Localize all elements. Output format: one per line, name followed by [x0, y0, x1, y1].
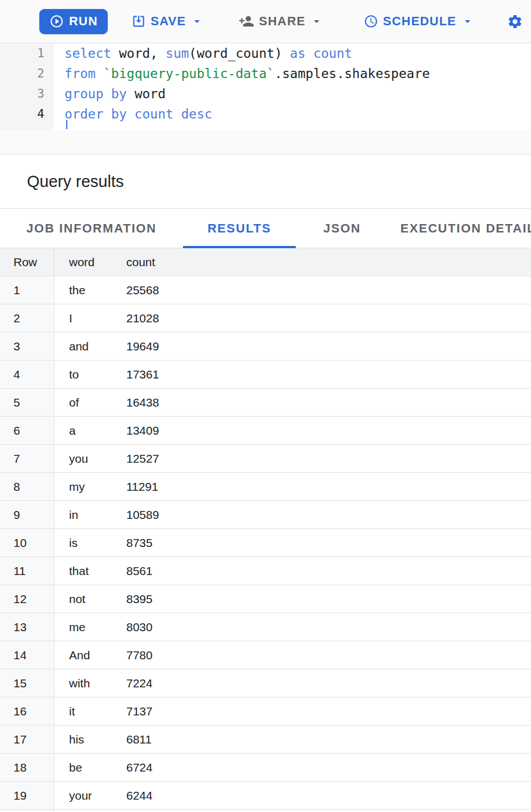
tab-execution-details[interactable]: EXECUTION DETAILS: [388, 209, 531, 248]
table-row[interactable]: 15 with 7224: [0, 669, 531, 697]
cell-row-number: 2: [0, 304, 54, 332]
table-row[interactable]: 9 in 10589: [0, 501, 531, 529]
table-row[interactable]: 14 And 7780: [0, 641, 531, 669]
cell-count: 12527: [112, 445, 531, 472]
cell-count: 8030: [112, 613, 531, 641]
table-row[interactable]: 17 his 6811: [0, 726, 531, 754]
bigquery-console: RUN SAVE SHARE SCHEDULE: [0, 0, 531, 812]
line-number: 2: [0, 63, 44, 84]
run-button-label: RUN: [69, 14, 98, 29]
schedule-button[interactable]: SCHEDULE: [364, 14, 474, 29]
tab-results[interactable]: RESULTS: [183, 209, 296, 248]
cell-word: and: [54, 332, 112, 360]
tab-json[interactable]: JSON: [296, 209, 388, 248]
code-line[interactable]: select word, sum(word_count) as count: [65, 43, 531, 63]
code-token: group by: [65, 86, 127, 101]
line-number: 4: [0, 104, 44, 124]
play-circle-icon: [49, 14, 64, 29]
editor-code[interactable]: select word, sum(word_count) as countfro…: [54, 43, 531, 130]
save-icon: [131, 14, 146, 29]
share-button[interactable]: SHARE: [239, 13, 323, 29]
cell-row-number: 11: [0, 557, 54, 585]
code-token: as count: [290, 46, 353, 61]
cell-count: 8561: [112, 557, 531, 585]
table-row[interactable]: 2 I 21028: [0, 304, 531, 332]
table-row[interactable]: 16 it 7137: [0, 697, 531, 726]
code-line[interactable]: from `bigquery-public-data`.samples.shak…: [65, 63, 531, 84]
cell-word: with: [54, 669, 112, 697]
column-header-word: word: [54, 248, 112, 276]
cell-count: 17361: [112, 361, 531, 388]
table-row[interactable]: 19 your 6244: [0, 782, 531, 810]
table-row[interactable]: 18 be 6724: [0, 754, 531, 782]
tab-job-information[interactable]: JOB INFORMATION: [0, 209, 183, 248]
cell-count: 6724: [112, 754, 531, 781]
run-button[interactable]: RUN: [39, 9, 108, 34]
caret-down-icon: [190, 15, 204, 28]
cell-count: 21028: [112, 304, 531, 332]
cell-count: 10589: [112, 501, 531, 528]
caret-down-icon: [461, 15, 474, 28]
results-header: Query results: [0, 154, 531, 209]
settings-button[interactable]: [507, 13, 523, 30]
cell-count: 6244: [112, 782, 531, 809]
code-line[interactable]: group by word: [65, 84, 531, 104]
cell-count: 8395: [112, 585, 531, 613]
table-row[interactable]: 12 not 8395: [0, 585, 531, 613]
column-header-row: Row: [0, 248, 54, 276]
person-add-icon: [239, 13, 254, 29]
table-row[interactable]: 8 my 11291: [0, 473, 531, 501]
line-number: 1: [0, 43, 44, 63]
code-token: order by count desc: [65, 107, 212, 121]
sql-editor[interactable]: 1234 select word, sum(word_count) as cou…: [0, 43, 531, 130]
column-header-count: count: [112, 248, 531, 276]
cell-row-number: 3: [0, 332, 54, 360]
line-number: 3: [0, 84, 44, 104]
cell-word: And: [54, 641, 112, 669]
table-header: Row word count: [0, 248, 531, 276]
page-title: Query results: [27, 172, 123, 191]
clock-icon: [364, 14, 378, 29]
table-row[interactable]: 1 the 25568: [0, 276, 531, 304]
cell-row-number: 1: [0, 276, 54, 304]
cell-count: 7780: [112, 641, 531, 669]
cell-word: it: [54, 697, 112, 725]
cell-word: is: [54, 529, 112, 556]
cell-count: 25568: [112, 276, 531, 304]
cell-count: 7137: [112, 697, 531, 725]
cell-word: that: [54, 557, 112, 585]
table-row[interactable]: 11 that 8561: [0, 557, 531, 585]
table-row[interactable]: 7 you 12527: [0, 445, 531, 473]
code-token: word: [127, 86, 166, 101]
cell-word: your: [54, 782, 112, 809]
save-button[interactable]: SAVE: [131, 14, 204, 29]
cell-row-number: 9: [0, 501, 54, 528]
cell-word: I: [54, 304, 112, 332]
table-row[interactable]: 4 to 17361: [0, 361, 531, 389]
table-row[interactable]: 3 and 19649: [0, 332, 531, 361]
table-row[interactable]: 6 a 13409: [0, 417, 531, 445]
cell-word: in: [54, 501, 112, 528]
cell-word: to: [54, 361, 112, 388]
table-row[interactable]: 10 is 8735: [0, 529, 531, 557]
caret-down-icon: [310, 15, 323, 28]
table-row[interactable]: 5 of 16438: [0, 389, 531, 417]
cell-word: a: [54, 417, 112, 444]
cell-row-number: 15: [0, 669, 54, 697]
cell-word: his: [54, 726, 112, 753]
cell-row-number: 5: [0, 389, 54, 416]
cell-word: the: [54, 276, 112, 304]
code-line[interactable]: order by count desc: [65, 104, 531, 124]
cell-count: 11291: [112, 473, 531, 500]
code-token: from: [65, 66, 95, 81]
code-token: word,: [111, 46, 166, 61]
cell-row-number: 13: [0, 613, 54, 641]
cell-row-number: 17: [0, 726, 54, 753]
code-token: `bigquery-public-data`: [103, 66, 274, 81]
code-token: (word_count): [189, 46, 290, 61]
cell-count: 19649: [112, 332, 531, 360]
cell-word: my: [54, 473, 112, 500]
table-row[interactable]: 13 me 8030: [0, 613, 531, 641]
cell-count: 16438: [112, 389, 531, 416]
query-toolbar: RUN SAVE SHARE SCHEDULE: [0, 0, 531, 43]
